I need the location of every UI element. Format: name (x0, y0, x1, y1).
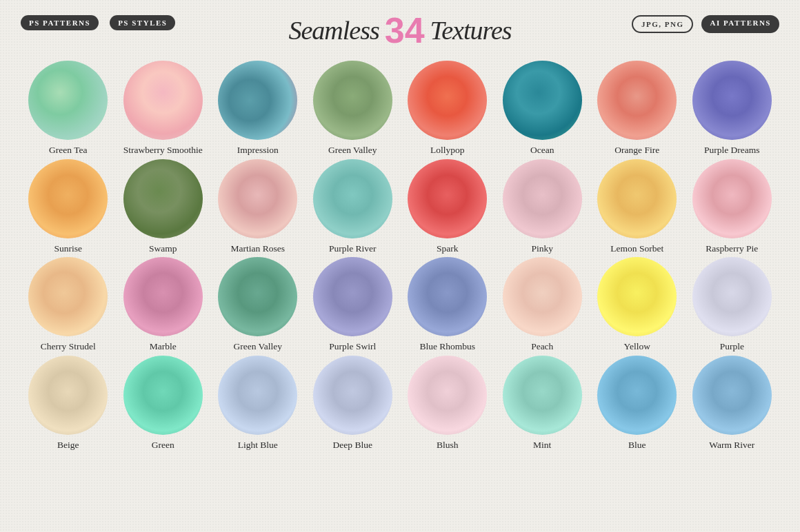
circle-marble (123, 257, 203, 336)
circle-spark (408, 159, 487, 238)
label-green-valley: Green Valley (328, 144, 377, 156)
label-purple-swirl: Purple Swirl (329, 340, 376, 353)
grid-row-2: Sunrise Swamp Martian Roses Purple River… (21, 159, 779, 255)
circle-cherry-strudel (28, 257, 108, 336)
title-number: 34 (385, 12, 425, 48)
circle-blue-rhombus (408, 257, 487, 336)
list-item: Raspberry Pie (688, 159, 777, 255)
title-area: Seamless 34 Textures (288, 12, 511, 48)
header-badges-left: PS PATTERNS PS STYLES (21, 15, 175, 30)
list-item: Purple Dreams (688, 61, 777, 156)
circle-impression (218, 61, 297, 140)
list-item: Marble (119, 257, 208, 353)
label-martian-roses: Martian Roses (231, 243, 285, 255)
label-impression: Impression (237, 144, 279, 156)
label-peach: Peach (531, 340, 553, 353)
circle-purple (692, 257, 772, 336)
circle-green-tea (28, 61, 108, 140)
grid-row-3: Cherry Strudel Marble Green Valley Purpl… (21, 257, 779, 353)
circle-warm-river (692, 356, 772, 435)
list-item: Purple Swirl (308, 257, 398, 353)
label-lemon-sorbet: Lemon Sorbet (610, 243, 663, 255)
badge-ps-styles: PS STYLES (110, 15, 175, 30)
label-green-valley2: Green Valley (233, 340, 282, 353)
label-beige: Beige (57, 439, 79, 451)
label-deep-blue: Deep Blue (333, 439, 372, 451)
circle-martian-roses (218, 159, 297, 238)
list-item: Purple (688, 257, 777, 353)
label-sunrise: Sunrise (54, 243, 83, 255)
circle-strawberry-smoothie (123, 61, 203, 140)
circle-swamp (123, 159, 203, 238)
circle-green-valley2 (218, 257, 297, 336)
circle-orange-fire (597, 61, 677, 140)
label-blush: Blush (437, 439, 459, 451)
label-strawberry-smoothie: Strawberry Smoothie (123, 144, 203, 156)
badge-ps-patterns: PS PATTERNS (21, 15, 99, 30)
header-badges-right: JPG, PNG AI PATTERNS (632, 15, 779, 33)
label-raspberry-pie: Raspberry Pie (706, 243, 758, 255)
label-green: Green (152, 439, 174, 451)
list-item: Swamp (119, 159, 208, 255)
circle-lemon-sorbet (597, 159, 677, 238)
circle-purple-river (313, 159, 392, 238)
list-item: Martian Roses (213, 159, 303, 255)
list-item: Orange Fire (592, 61, 682, 156)
grid-row-1: Green Tea Strawberry Smoothie Impression… (21, 61, 779, 156)
grid-container: Green Tea Strawberry Smoothie Impression… (0, 54, 800, 451)
label-green-tea: Green Tea (49, 144, 87, 156)
list-item: Green Valley (213, 257, 303, 353)
circle-green-valley (313, 61, 392, 140)
label-purple-dreams: Purple Dreams (704, 144, 760, 156)
label-lollypop: Lollypop (430, 144, 465, 156)
label-purple: Purple (720, 340, 744, 353)
list-item: Green Tea (23, 61, 113, 156)
circle-mint (503, 356, 582, 435)
circle-yellow (597, 257, 677, 336)
label-cherry-strudel: Cherry Strudel (41, 340, 96, 353)
label-orange-fire: Orange Fire (614, 144, 659, 156)
circle-pinky (503, 159, 582, 238)
circle-deep-blue (313, 356, 392, 435)
circle-lollypop (408, 61, 487, 140)
label-marble: Marble (150, 340, 177, 353)
list-item: Beige (23, 356, 113, 451)
circle-ocean (503, 61, 582, 140)
badge-jpg-png: JPG, PNG (632, 15, 694, 33)
list-item: Light Blue (213, 356, 303, 451)
list-item: Mint (498, 356, 588, 451)
label-blue-rhombus: Blue Rhombus (419, 340, 475, 353)
list-item: Spark (403, 159, 492, 255)
label-spark: Spark (437, 243, 459, 255)
label-yellow: Yellow (624, 340, 650, 353)
list-item: Sunrise (23, 159, 113, 255)
list-item: Yellow (592, 257, 682, 353)
circle-light-blue (218, 356, 297, 435)
label-ocean: Ocean (530, 144, 554, 156)
title-seamless: Seamless (288, 15, 379, 45)
circle-raspberry-pie (692, 159, 772, 238)
list-item: Blush (403, 356, 492, 451)
list-item: Cherry Strudel (23, 257, 113, 353)
list-item: Green (119, 356, 208, 451)
list-item: Purple River (308, 159, 398, 255)
circle-purple-swirl (313, 257, 392, 336)
circle-peach (503, 257, 582, 336)
list-item: Green Valley (308, 61, 398, 156)
list-item: Blue (592, 356, 682, 451)
list-item: Blue Rhombus (403, 257, 492, 353)
list-item: Pinky (498, 159, 588, 255)
list-item: Lollypop (403, 61, 492, 156)
badge-ai-patterns: AI PATTERNS (701, 15, 779, 33)
list-item: Peach (498, 257, 588, 353)
circle-beige (28, 356, 108, 435)
label-warm-river: Warm River (709, 439, 754, 451)
label-blue: Blue (628, 439, 646, 451)
label-pinky: Pinky (531, 243, 553, 255)
grid-row-4: Beige Green Light Blue Deep Blue Blush M… (21, 356, 779, 451)
list-item: Strawberry Smoothie (119, 61, 208, 156)
circle-green (123, 356, 203, 435)
circle-blush (408, 356, 487, 435)
list-item: Warm River (688, 356, 777, 451)
list-item: Deep Blue (308, 356, 398, 451)
